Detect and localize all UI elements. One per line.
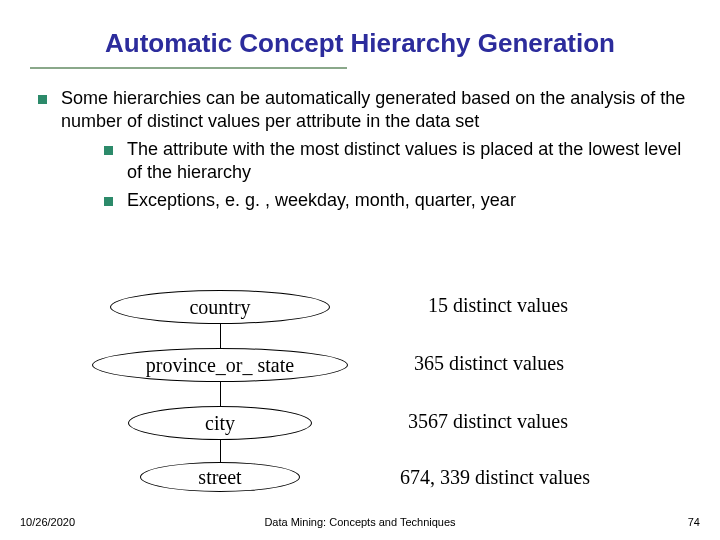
hierarchy-level-street: street 674, 339 distinct values bbox=[0, 462, 720, 510]
slide-footer: 10/26/2020 Data Mining: Concepts and Tec… bbox=[0, 516, 720, 534]
hierarchy-level-province: province_or_ state 365 distinct values bbox=[0, 348, 720, 396]
footer-caption: Data Mining: Concepts and Techniques bbox=[0, 516, 720, 528]
hierarchy-node: country bbox=[110, 290, 330, 324]
bullet-main: Some hierarchies can be automatically ge… bbox=[30, 87, 690, 134]
square-bullet-icon bbox=[38, 95, 47, 104]
bullet-sub-2-text: Exceptions, e. g. , weekday, month, quar… bbox=[127, 189, 516, 212]
bullet-sub-2: Exceptions, e. g. , weekday, month, quar… bbox=[30, 189, 690, 212]
distinct-values-label: 674, 339 distinct values bbox=[400, 466, 590, 489]
node-label: country bbox=[189, 296, 250, 319]
bullet-sub-1-text: The attribute with the most distinct val… bbox=[127, 138, 690, 185]
hierarchy-node: street bbox=[140, 462, 300, 492]
hierarchy-node: city bbox=[128, 406, 312, 440]
bullet-main-text: Some hierarchies can be automatically ge… bbox=[61, 87, 690, 134]
node-label: province_or_ state bbox=[146, 354, 294, 377]
square-bullet-icon bbox=[104, 146, 113, 155]
hierarchy-node: province_or_ state bbox=[92, 348, 348, 382]
hierarchy-level-country: country 15 distinct values bbox=[0, 290, 720, 338]
slide-title: Automatic Concept Hierarchy Generation bbox=[30, 28, 690, 59]
distinct-values-label: 15 distinct values bbox=[428, 294, 568, 317]
title-underline bbox=[30, 67, 347, 69]
node-label: street bbox=[198, 466, 241, 489]
footer-page-number: 74 bbox=[688, 516, 700, 528]
slide: Automatic Concept Hierarchy Generation S… bbox=[0, 0, 720, 540]
bullet-sub-1: The attribute with the most distinct val… bbox=[30, 138, 690, 185]
square-bullet-icon bbox=[104, 197, 113, 206]
hierarchy-level-city: city 3567 distinct values bbox=[0, 406, 720, 454]
hierarchy-diagram: country 15 distinct values province_or_ … bbox=[0, 290, 720, 512]
node-label: city bbox=[205, 412, 235, 435]
distinct-values-label: 3567 distinct values bbox=[408, 410, 568, 433]
distinct-values-label: 365 distinct values bbox=[414, 352, 564, 375]
